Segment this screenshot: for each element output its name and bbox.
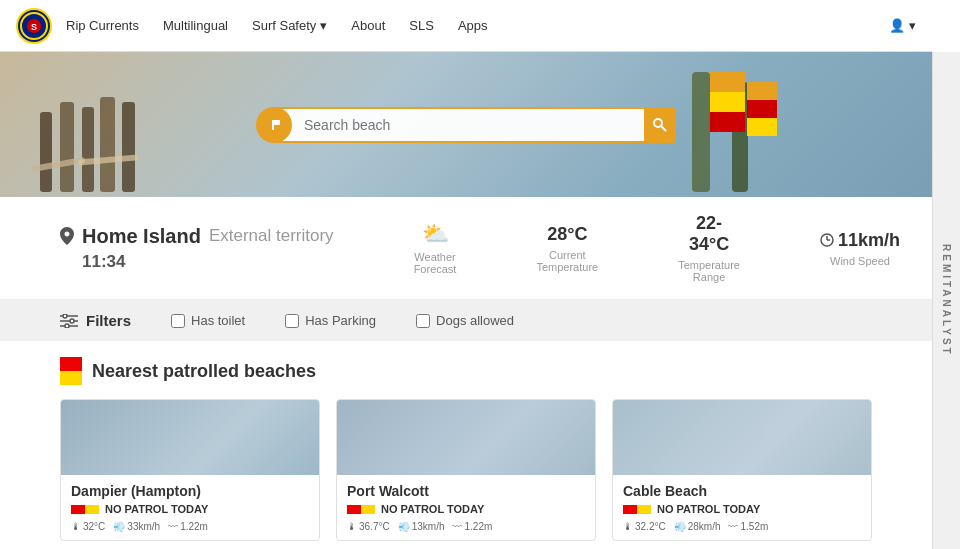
nav-links: Rip Currents Multilingual Surf Safety ▾ … bbox=[66, 18, 889, 33]
nav-about[interactable]: About bbox=[351, 18, 385, 33]
temp-range-item: 22-34°C Temperature Range bbox=[678, 213, 740, 283]
svg-rect-15 bbox=[710, 72, 745, 92]
beach-card-body-1: Dampier (Hampton) NO PATROL TODAY 🌡 bbox=[61, 475, 319, 540]
svg-text:S: S bbox=[31, 22, 37, 32]
wind-stat-3: 💨 28km/h bbox=[674, 521, 721, 532]
beach-flag-icon bbox=[265, 116, 283, 134]
nav-rip-currents[interactable]: Rip Currents bbox=[66, 18, 139, 33]
beach-card-body-3: Cable Beach NO PATROL TODAY 🌡 32.2° bbox=[613, 475, 871, 540]
svg-rect-6 bbox=[100, 97, 115, 192]
wind-stat-2: 💨 13km/h bbox=[398, 521, 445, 532]
patrol-flag-small-1 bbox=[71, 505, 99, 514]
beach-card-image-3 bbox=[613, 400, 871, 475]
wave-value-3: 1.52m bbox=[740, 521, 768, 532]
user-icon: 👤 bbox=[889, 18, 905, 33]
weather-forecast-item: ⛅ Weather Forecast bbox=[414, 221, 457, 275]
no-patrol-text-3: NO PATROL TODAY bbox=[657, 503, 760, 515]
wave-value-1: 1.22m bbox=[180, 521, 208, 532]
user-chevron-icon: ▾ bbox=[909, 18, 916, 33]
wave-icon-3: 〰 bbox=[728, 521, 738, 532]
svg-rect-4 bbox=[60, 102, 74, 192]
beach-card-body-2: Port Walcott NO PATROL TODAY 🌡 36.7 bbox=[337, 475, 595, 540]
forecast-label: Weather Forecast bbox=[414, 251, 457, 275]
no-patrol-text-2: NO PATROL TODAY bbox=[381, 503, 484, 515]
flag-yellow bbox=[60, 371, 82, 385]
filter-dogs-allowed-checkbox[interactable] bbox=[416, 314, 430, 328]
filter-has-parking-checkbox[interactable] bbox=[285, 314, 299, 328]
beach-card-dampier[interactable]: Dampier (Hampton) NO PATROL TODAY 🌡 bbox=[60, 399, 320, 541]
beach-card-port-walcott[interactable]: Port Walcott NO PATROL TODAY 🌡 36.7 bbox=[336, 399, 596, 541]
patrol-status-2: NO PATROL TODAY bbox=[347, 503, 585, 515]
wave-value-2: 1.22m bbox=[464, 521, 492, 532]
wind-icon-3: 💨 bbox=[674, 521, 686, 532]
location-name: Home Island bbox=[82, 225, 201, 248]
card-stats-2: 🌡 36.7°C 💨 13km/h 〰 1.22m bbox=[347, 521, 585, 532]
beach-card-image-2 bbox=[337, 400, 595, 475]
chevron-down-icon: ▾ bbox=[320, 18, 327, 33]
beach-name-2: Port Walcott bbox=[347, 483, 585, 499]
temp-stat-1: 🌡 32°C bbox=[71, 521, 105, 532]
patrol-flag-yellow-2 bbox=[361, 505, 375, 514]
thermometer-icon-2: 🌡 bbox=[347, 521, 357, 532]
wind-speed-value: 11km/h bbox=[838, 230, 900, 251]
svg-rect-3 bbox=[40, 112, 52, 192]
patrol-flag-small-3 bbox=[623, 505, 651, 514]
nav-sls[interactable]: SLS bbox=[409, 18, 434, 33]
filter-dogs-allowed[interactable]: Dogs allowed bbox=[416, 313, 514, 328]
wind-icon-1: 💨 bbox=[113, 521, 125, 532]
search-input[interactable] bbox=[274, 107, 648, 143]
beach-cards: Dampier (Hampton) NO PATROL TODAY 🌡 bbox=[60, 399, 872, 541]
current-temp-label: Current Temperature bbox=[536, 249, 598, 273]
temp-value-1: 32°C bbox=[83, 521, 105, 532]
svg-rect-20 bbox=[274, 120, 280, 125]
svg-rect-8 bbox=[30, 157, 85, 172]
svg-rect-7 bbox=[122, 102, 135, 192]
side-label: REMITANALYST bbox=[932, 52, 960, 549]
filter-has-toilet[interactable]: Has toilet bbox=[171, 313, 245, 328]
filters-label: Filters bbox=[86, 312, 131, 329]
patrol-flag-red-3 bbox=[623, 505, 637, 514]
filter-has-parking[interactable]: Has Parking bbox=[285, 313, 376, 328]
patrol-flag-red-2 bbox=[347, 505, 361, 514]
nav-apps[interactable]: Apps bbox=[458, 18, 488, 33]
wave-stat-1: 〰 1.22m bbox=[168, 521, 208, 532]
wind-stat-1: 💨 33km/h bbox=[113, 521, 160, 532]
wind-value-2: 13km/h bbox=[412, 521, 445, 532]
svg-line-22 bbox=[661, 126, 666, 131]
search-icon-wrap bbox=[256, 107, 292, 143]
hero-banner bbox=[0, 52, 932, 197]
filter-has-toilet-checkbox[interactable] bbox=[171, 314, 185, 328]
nav-surf-safety[interactable]: Surf Safety ▾ bbox=[252, 18, 327, 33]
logo-icon[interactable]: S bbox=[16, 8, 52, 44]
forecast-icon: ⛅ bbox=[422, 221, 449, 247]
clock-icon bbox=[820, 233, 834, 247]
temp-value-3: 32.2°C bbox=[635, 521, 666, 532]
search-bar-wrapper bbox=[256, 107, 676, 143]
no-patrol-text-1: NO PATROL TODAY bbox=[105, 503, 208, 515]
user-menu[interactable]: 👤 ▾ bbox=[889, 18, 916, 33]
filters-bar: Filters Has toilet Has Parking Dogs allo… bbox=[0, 300, 932, 341]
nav-multilingual[interactable]: Multilingual bbox=[163, 18, 228, 33]
wave-stat-2: 〰 1.22m bbox=[452, 521, 492, 532]
wind-speed-item: 11km/h Wind Speed bbox=[820, 230, 900, 267]
filter-has-toilet-label: Has toilet bbox=[191, 313, 245, 328]
svg-rect-16 bbox=[710, 92, 745, 112]
section-header: Nearest patrolled beaches bbox=[60, 357, 872, 385]
location-pin-icon bbox=[60, 227, 74, 245]
svg-rect-5 bbox=[82, 107, 94, 192]
current-temp-value: 28°C bbox=[547, 224, 587, 245]
card-stats-3: 🌡 32.2°C 💨 28km/h 〰 1.52m bbox=[623, 521, 861, 532]
filter-has-parking-label: Has Parking bbox=[305, 313, 376, 328]
search-submit-button[interactable] bbox=[644, 107, 676, 143]
patrol-flag-small-2 bbox=[347, 505, 375, 514]
svg-point-31 bbox=[65, 324, 69, 328]
location-territory: External territory bbox=[209, 226, 334, 246]
beach-name-1: Dampier (Hampton) bbox=[71, 483, 309, 499]
wind-icon-2: 💨 bbox=[398, 521, 410, 532]
filters-title-group: Filters bbox=[60, 312, 131, 329]
svg-rect-17 bbox=[710, 112, 745, 132]
weather-strip: Home Island External territory 11:34 ⛅ W… bbox=[0, 197, 932, 300]
patrol-flag-yellow-3 bbox=[637, 505, 651, 514]
svg-rect-19 bbox=[272, 120, 274, 130]
beach-card-cable-beach[interactable]: Cable Beach NO PATROL TODAY 🌡 32.2° bbox=[612, 399, 872, 541]
